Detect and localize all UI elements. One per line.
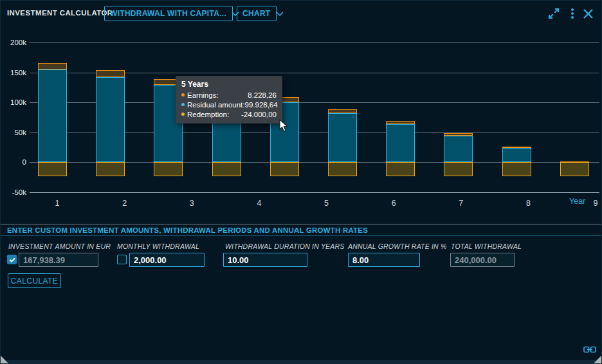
bar-segment-earnings[interactable] [96, 70, 125, 77]
bar-segment-redemption[interactable] [560, 162, 589, 176]
tooltip-row-earnings: Earnings: 8.228,26 [181, 90, 277, 100]
x-axis-tick-label: 8 [518, 199, 538, 208]
x-axis-tick-label: 5 [317, 199, 336, 208]
bar-segment-redemption[interactable] [270, 162, 299, 176]
bar-segment-residual-amount[interactable] [502, 148, 531, 162]
withdrawal-duration-input[interactable] [223, 253, 307, 267]
bar-segment-residual-amount[interactable] [444, 136, 473, 162]
window-bottom-edge [1, 360, 602, 364]
chart-form-divider [1, 224, 602, 224]
monthly-withdrawal-checkbox[interactable] [117, 255, 127, 264]
monthly-withdrawal-label: MONTHLY WITHDRAWAL [117, 242, 199, 250]
investment-amount-checkbox[interactable] [7, 255, 17, 264]
tooltip-row-residual: Residual amount: 99.928,64 [181, 100, 277, 109]
bar-segment-earnings[interactable] [38, 63, 67, 70]
checkmark-icon [10, 256, 15, 262]
x-axis-tick-label: 6 [384, 199, 403, 208]
bar-segment-redemption[interactable] [154, 162, 183, 176]
x-axis-tick-label: 7 [452, 199, 471, 208]
bar-segment-residual-amount[interactable] [386, 124, 415, 162]
bar-segment-earnings[interactable] [502, 147, 531, 148]
monthly-withdrawal-input[interactable] [129, 253, 205, 267]
annual-growth-rate-label: ANNUAL GROWTH RATE IN % [348, 242, 447, 250]
bar-segment-redemption[interactable] [444, 162, 473, 176]
x-axis-tick-label: 4 [250, 199, 269, 208]
resize-grip-right[interactable] [592, 356, 601, 364]
x-axis-tick-label: 3 [182, 199, 201, 208]
bar-segment-earnings[interactable] [386, 121, 415, 124]
bar-segment-redemption[interactable] [502, 162, 531, 176]
tooltip-title: 5 Years [181, 80, 277, 89]
y-axis-tick-label: 200k [2, 39, 26, 46]
link-icon [583, 346, 596, 353]
bar-segment-earnings[interactable] [328, 109, 357, 114]
total-withdrawal-input [450, 253, 515, 267]
bar-segment-redemption[interactable] [38, 162, 67, 176]
resize-grip-left[interactable] [1, 356, 10, 364]
heading-underline [1, 235, 602, 236]
residual-bullet-icon [181, 103, 185, 106]
investment-calculator-window: INVESTMENT CALCULATOR WITHDRAWAL WITH CA… [0, 0, 602, 364]
y-axis-tick-label: 100k [2, 98, 26, 106]
total-withdrawal-label: TOTAL WITHDRAWAL [451, 242, 522, 250]
x-axis-title: Year [569, 197, 585, 206]
x-axis-tick-label: 9 [586, 199, 602, 208]
gridline [30, 42, 599, 43]
bar-segment-redemption[interactable] [96, 162, 125, 176]
annual-growth-rate-input[interactable] [348, 253, 420, 267]
bar-segment-residual-amount[interactable] [96, 77, 125, 162]
redemption-bullet-icon [181, 113, 185, 116]
investment-amount-input [19, 253, 98, 267]
bar-segment-residual-amount[interactable] [328, 113, 357, 162]
form-section-heading: ENTER CUSTOM INVESTMENT AMOUNTS, WITHDRA… [7, 226, 368, 234]
y-axis-tick-label: -50k [2, 188, 26, 196]
calculate-button[interactable]: CALCULATE [8, 273, 61, 288]
chart-tooltip: 5 Years Earnings: 8.228,26 Residual amou… [176, 76, 282, 123]
withdrawal-duration-label: WITHDRAWAL DURATION IN YEARS [225, 242, 345, 250]
bar-segment-redemption[interactable] [212, 162, 241, 176]
y-axis-tick-label: 150k [2, 69, 26, 77]
bar-segment-redemption[interactable] [386, 162, 415, 176]
stacked-bar-chart: 200k150k100k50k0-50k123456789Year [1, 1, 602, 224]
earnings-bullet-icon [181, 93, 185, 96]
link-button[interactable] [583, 345, 596, 355]
y-axis-tick-label: 0 [2, 158, 26, 166]
x-axis-tick-label: 2 [115, 199, 134, 208]
investment-amount-label: INVESTMENT AMOUNT IN EUR [8, 242, 111, 250]
gridline [30, 192, 599, 193]
x-axis-tick-label: 1 [48, 199, 67, 208]
tooltip-row-redemption: Redemption: -24.000,00 [181, 109, 277, 119]
bar-segment-redemption[interactable] [328, 162, 357, 176]
bar-segment-residual-amount[interactable] [38, 69, 67, 162]
y-axis-tick-label: 50k [2, 129, 26, 136]
bar-segment-earnings[interactable] [444, 133, 473, 136]
